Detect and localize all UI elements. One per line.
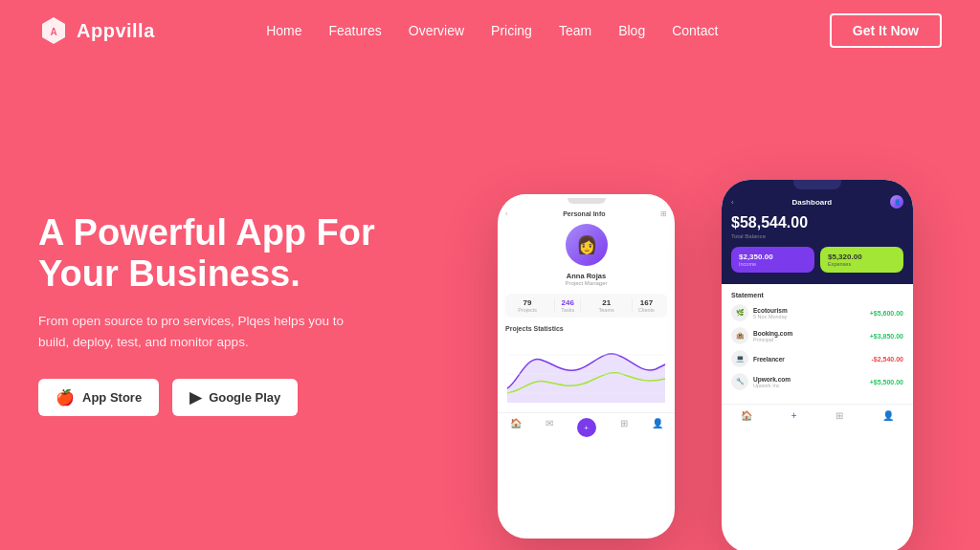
phone1-chart-label: Projects Statistics bbox=[505, 325, 667, 332]
phone1-nav-home-icon: 🏠 bbox=[510, 418, 522, 437]
hero-subtitle: From open source to pro services, Plqes … bbox=[38, 311, 354, 352]
phone2-card2-amount: $5,320.00 bbox=[828, 253, 896, 261]
phone-1: ‹ Personal Info ⊞ 👩 Anna Rojas Project M… bbox=[498, 194, 675, 539]
phone2-body: Statement 🌿 Ecotourism 5 Nov Monday +$5,… bbox=[722, 284, 913, 404]
get-it-now-button[interactable]: Get It Now bbox=[830, 13, 942, 48]
play-icon: ▶ bbox=[189, 388, 201, 407]
phone2-header-top: ‹ Dashboard 👤 bbox=[731, 195, 903, 209]
transaction-icon-0: 🌿 bbox=[731, 304, 748, 321]
phone2-title: Dashboard bbox=[791, 198, 832, 207]
phone2-balance: $58,544.00 bbox=[731, 214, 903, 231]
svg-text:A: A bbox=[50, 27, 56, 37]
nav-links: Home Features Overview Pricing Team Blog… bbox=[266, 22, 718, 39]
phone1-stats: 79 Projects 246 Tasks 21 Teams 167 Clien… bbox=[505, 294, 667, 318]
transaction-icon-1: 🏨 bbox=[731, 327, 748, 344]
nav-item-contact[interactable]: Contact bbox=[672, 22, 718, 39]
phone2-back-icon: ‹ bbox=[731, 198, 734, 207]
phone1-nav-user-icon: 👤 bbox=[652, 418, 663, 437]
phone1-nav-mail-icon: ✉ bbox=[546, 418, 553, 437]
hero-text: A Powerful App For Your Business. From o… bbox=[38, 212, 440, 417]
table-row: 💻 Freelancer -$2,540.00 bbox=[731, 350, 903, 367]
phone2-nav-user-icon: 👤 bbox=[882, 410, 894, 421]
brand-name: Appvilla bbox=[77, 20, 155, 42]
table-row: 🏨 Booking.com Principal +$3,850.00 bbox=[731, 327, 903, 344]
phone1-role: Project Manager bbox=[505, 280, 667, 286]
phone2-cards: $2,350.00 Income $5,320.00 Expenses bbox=[731, 247, 903, 273]
googleplay-button[interactable]: ▶ Google Play bbox=[172, 379, 298, 416]
phone2-section-title: Statement bbox=[731, 292, 903, 298]
phone2-card1-label: Income bbox=[739, 261, 807, 267]
phones-area: ‹ Personal Info ⊞ 👩 Anna Rojas Project M… bbox=[440, 80, 942, 548]
phone1-stat-3: 167 Clients bbox=[632, 298, 655, 313]
phone1-stat-2: 21 Teams bbox=[599, 298, 614, 313]
nav-item-home[interactable]: Home bbox=[266, 22, 301, 39]
phone2-bottom-nav: 🏠 + ⊞ 👤 bbox=[722, 404, 913, 425]
phone2-balance-label: Total Balance bbox=[731, 233, 903, 239]
logo-icon: A bbox=[38, 15, 69, 46]
phone2-card-expenses: $5,320.00 Expenses bbox=[820, 247, 903, 273]
phone1-nav-add-icon[interactable]: + bbox=[577, 418, 596, 437]
phone2-avatar: 👤 bbox=[890, 195, 903, 209]
navbar: A Appvilla Home Features Overview Pricin… bbox=[0, 0, 980, 61]
phone1-chart bbox=[505, 336, 667, 403]
phone2-header-bg: ‹ Dashboard 👤 $58,544.00 Total Balance $… bbox=[722, 180, 913, 284]
hero-title: A Powerful App For Your Business. bbox=[38, 212, 440, 296]
table-row: 🔧 Upwork.com Upwork Inc +$5,500.00 bbox=[731, 373, 903, 390]
phone1-header: Personal Info bbox=[563, 210, 605, 217]
hero-buttons: 🍎 App Store ▶ Google Play bbox=[38, 379, 440, 416]
phone2-nav-grid-icon: ⊞ bbox=[835, 410, 843, 421]
phone1-screen: ‹ Personal Info ⊞ 👩 Anna Rojas Project M… bbox=[498, 204, 675, 412]
nav-item-blog[interactable]: Blog bbox=[618, 22, 645, 39]
phone2-card-income: $2,350.00 Income bbox=[731, 247, 814, 273]
transaction-icon-2: 💻 bbox=[731, 350, 748, 367]
phone2-nav-home-icon: 🏠 bbox=[741, 410, 752, 421]
phone-2: ‹ Dashboard 👤 $58,544.00 Total Balance $… bbox=[722, 180, 913, 550]
phone1-stat-1: 246 Tasks bbox=[554, 298, 581, 313]
phone1-stat-0: 79 Projects bbox=[518, 298, 537, 313]
nav-item-pricing[interactable]: Pricing bbox=[491, 22, 532, 39]
phone1-avatar: 👩 bbox=[566, 224, 608, 266]
apple-icon: 🍎 bbox=[56, 388, 75, 407]
phone1-name: Anna Rojas bbox=[505, 272, 667, 280]
phone2-card2-label: Expenses bbox=[828, 261, 896, 267]
phone1-nav-grid-icon: ⊞ bbox=[620, 418, 628, 437]
nav-item-features[interactable]: Features bbox=[329, 22, 382, 39]
phone2-nav-add-icon[interactable]: + bbox=[791, 410, 797, 421]
logo-area: A Appvilla bbox=[38, 15, 155, 46]
hero-section: A Powerful App For Your Business. From o… bbox=[0, 61, 980, 548]
phone1-avatar-area: 👩 bbox=[505, 224, 667, 266]
table-row: 🌿 Ecotourism 5 Nov Monday +$5,600.00 bbox=[731, 304, 903, 321]
nav-item-team[interactable]: Team bbox=[559, 22, 591, 39]
phone1-bottom-nav: 🏠 ✉ + ⊞ 👤 bbox=[498, 412, 675, 439]
nav-item-overview[interactable]: Overview bbox=[409, 22, 464, 39]
appstore-button[interactable]: 🍎 App Store bbox=[38, 379, 159, 416]
transaction-icon-3: 🔧 bbox=[731, 373, 748, 390]
phone2-card1-amount: $2,350.00 bbox=[739, 253, 807, 261]
